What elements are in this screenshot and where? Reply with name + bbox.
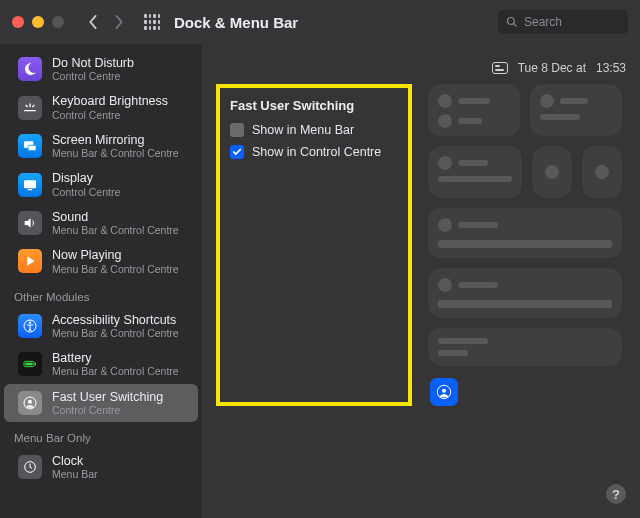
sidebar-item-battery[interactable]: Battery Menu Bar & Control Centre — [4, 345, 198, 383]
sidebar-item-screen-mirroring[interactable]: Screen Mirroring Menu Bar & Control Cent… — [4, 127, 198, 165]
sidebar-item-fast-user-switching[interactable]: Fast User Switching Control Centre — [4, 384, 198, 422]
preview-card — [428, 146, 522, 198]
user-switch-icon — [18, 391, 42, 415]
show-in-menubar-label: Show in Menu Bar — [252, 123, 354, 137]
sidebar: Do Not Disturb Control Centre Keyboard B… — [0, 44, 202, 518]
sidebar-item-keyboard-brightness[interactable]: Keyboard Brightness Control Centre — [4, 88, 198, 126]
minimize-window-button[interactable] — [32, 16, 44, 28]
preview-card — [428, 84, 520, 136]
svg-point-15 — [442, 389, 446, 393]
svg-rect-9 — [25, 363, 32, 366]
control-centre-preview — [428, 84, 622, 406]
user-icon — [436, 384, 452, 400]
settings-group-highlighted: Fast User Switching Show in Menu Bar Sho… — [216, 84, 412, 406]
help-button[interactable]: ? — [606, 484, 626, 504]
zoom-window-button[interactable] — [52, 16, 64, 28]
sidebar-item-display[interactable]: Display Control Centre — [4, 165, 198, 203]
menubar-date: Tue 8 Dec at — [518, 61, 586, 75]
svg-rect-3 — [28, 145, 36, 150]
preview-card — [428, 208, 622, 258]
window-controls — [12, 16, 64, 28]
show-all-prefs-button[interactable] — [144, 14, 160, 30]
sidebar-item-do-not-disturb[interactable]: Do Not Disturb Control Centre — [4, 50, 198, 88]
svg-point-7 — [29, 321, 31, 323]
show-in-control-centre-label: Show in Control Centre — [252, 145, 381, 159]
search-icon — [506, 16, 518, 28]
search-placeholder: Search — [524, 15, 562, 29]
show-in-menubar-checkbox[interactable]: Show in Menu Bar — [230, 123, 392, 137]
control-centre-menubar-icon — [492, 62, 508, 74]
close-window-button[interactable] — [12, 16, 24, 28]
preview-card — [428, 268, 622, 318]
show-in-control-centre-checkbox[interactable]: Show in Control Centre — [230, 145, 392, 159]
sidebar-item-accessibility[interactable]: Accessibility Shortcuts Menu Bar & Contr… — [4, 307, 198, 345]
sidebar-section-other: Other Modules — [0, 281, 202, 307]
pane-title: Fast User Switching — [230, 98, 392, 113]
moon-icon — [18, 57, 42, 81]
screen-mirroring-icon — [18, 134, 42, 158]
accessibility-icon — [18, 314, 42, 338]
preview-user-badge — [430, 378, 458, 406]
sidebar-section-menubar: Menu Bar Only — [0, 422, 202, 448]
menubar-time: 13:53 — [596, 61, 626, 75]
sidebar-item-clock[interactable]: Clock Menu Bar — [4, 448, 198, 486]
preview-card — [428, 328, 622, 366]
preview-card — [582, 146, 622, 198]
back-button[interactable] — [82, 11, 104, 33]
play-icon — [18, 249, 42, 273]
svg-rect-10 — [35, 363, 36, 366]
svg-rect-5 — [28, 189, 32, 190]
window-title: Dock & Menu Bar — [174, 14, 298, 31]
sidebar-item-now-playing[interactable]: Now Playing Menu Bar & Control Centre — [4, 242, 198, 280]
keyboard-brightness-icon — [18, 96, 42, 120]
battery-icon — [18, 352, 42, 376]
svg-line-1 — [514, 24, 517, 27]
main-pane: Tue 8 Dec at 13:53 Fast User Switching S… — [202, 44, 640, 518]
svg-point-12 — [28, 399, 32, 403]
svg-point-0 — [508, 18, 515, 25]
preview-menubar: Tue 8 Dec at 13:53 — [216, 58, 626, 78]
search-input[interactable]: Search — [498, 10, 628, 34]
preview-card — [532, 146, 572, 198]
checkbox-checked-icon — [230, 145, 244, 159]
svg-rect-4 — [24, 180, 36, 188]
preview-card — [530, 84, 622, 136]
checkbox-unchecked-icon — [230, 123, 244, 137]
titlebar: Dock & Menu Bar Search — [0, 0, 640, 44]
display-icon — [18, 173, 42, 197]
sound-icon — [18, 211, 42, 235]
sidebar-item-sound[interactable]: Sound Menu Bar & Control Centre — [4, 204, 198, 242]
clock-icon — [18, 455, 42, 479]
forward-button[interactable] — [108, 11, 130, 33]
